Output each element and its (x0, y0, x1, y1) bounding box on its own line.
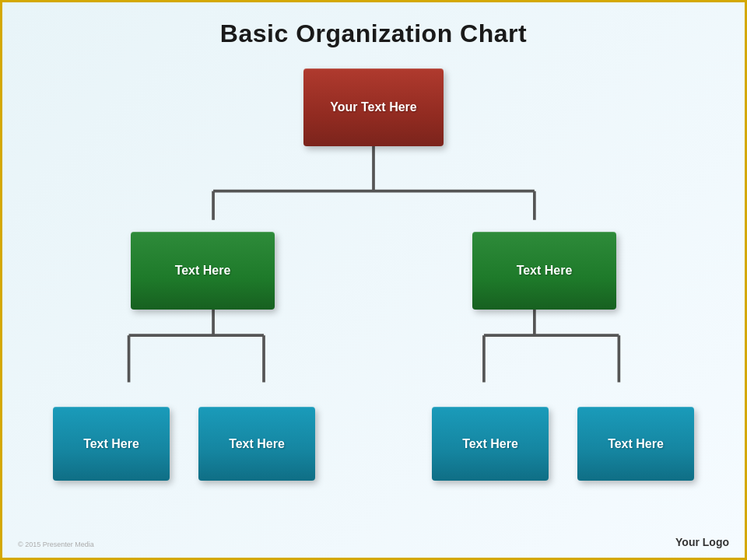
mid-left-node[interactable]: Text Here (131, 232, 275, 310)
bottom-left-2-node[interactable]: Text Here (198, 407, 315, 481)
page: Basic Organization Chart (0, 0, 747, 560)
page-title: Basic Organization Chart (2, 2, 745, 48)
bottom-right-1-node[interactable]: Text Here (432, 407, 549, 481)
org-chart: Your Text Here Text Here Text Here Text … (2, 68, 745, 527)
bottom-right-2-node[interactable]: Text Here (577, 407, 694, 481)
root-node[interactable]: Your Text Here (303, 68, 444, 146)
mid-right-node[interactable]: Text Here (472, 232, 616, 310)
watermark-text: © 2015 Presenter Media (18, 541, 94, 548)
bottom-left-1-node[interactable]: Text Here (53, 407, 170, 481)
logo-text: Your Logo (675, 536, 729, 548)
